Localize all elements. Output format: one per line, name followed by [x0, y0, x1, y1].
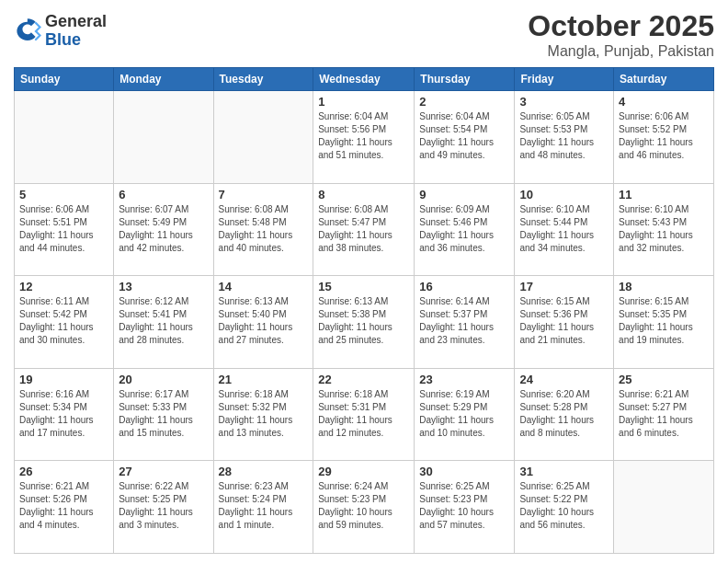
day-info: Sunrise: 6:24 AM Sunset: 5:23 PM Dayligh…: [318, 480, 409, 532]
day-number: 1: [318, 95, 409, 109]
day-number: 6: [119, 188, 208, 201]
day-cell-29: 29Sunrise: 6:24 AM Sunset: 5:23 PM Dayli…: [313, 461, 415, 554]
day-number: 2: [419, 95, 509, 109]
day-number: 15: [318, 280, 409, 293]
day-number: 5: [19, 188, 108, 201]
day-header-wednesday: Wednesday: [313, 68, 415, 91]
day-header-saturday: Saturday: [614, 68, 714, 91]
day-info: Sunrise: 6:12 AM Sunset: 5:41 PM Dayligh…: [119, 295, 208, 347]
day-number: 11: [619, 188, 709, 201]
day-number: 28: [219, 465, 309, 478]
day-info: Sunrise: 6:13 AM Sunset: 5:40 PM Dayligh…: [219, 295, 309, 347]
day-number: 17: [519, 280, 609, 293]
day-info: Sunrise: 6:21 AM Sunset: 5:26 PM Dayligh…: [19, 480, 108, 532]
day-cell-13: 13Sunrise: 6:12 AM Sunset: 5:41 PM Dayli…: [114, 276, 213, 369]
day-cell-15: 15Sunrise: 6:13 AM Sunset: 5:38 PM Dayli…: [313, 276, 415, 369]
day-info: Sunrise: 6:05 AM Sunset: 5:53 PM Dayligh…: [519, 110, 609, 162]
calendar-table: SundayMondayTuesdayWednesdayThursdayFrid…: [14, 67, 714, 554]
day-info: Sunrise: 6:10 AM Sunset: 5:44 PM Dayligh…: [519, 203, 609, 255]
day-cell-20: 20Sunrise: 6:17 AM Sunset: 5:33 PM Dayli…: [114, 368, 213, 461]
day-number: 14: [219, 280, 309, 293]
day-cell-3: 3Sunrise: 6:05 AM Sunset: 5:53 PM Daylig…: [515, 91, 614, 184]
day-number: 7: [219, 188, 309, 201]
day-number: 12: [19, 280, 108, 293]
day-info: Sunrise: 6:16 AM Sunset: 5:34 PM Dayligh…: [19, 388, 108, 440]
day-number: 3: [519, 95, 609, 109]
day-header-thursday: Thursday: [415, 68, 515, 91]
day-info: Sunrise: 6:14 AM Sunset: 5:37 PM Dayligh…: [419, 295, 509, 347]
day-number: 8: [318, 188, 409, 201]
day-cell-7: 7Sunrise: 6:08 AM Sunset: 5:48 PM Daylig…: [213, 183, 313, 276]
day-cell-21: 21Sunrise: 6:18 AM Sunset: 5:32 PM Dayli…: [213, 368, 313, 461]
day-cell-1: 1Sunrise: 6:04 AM Sunset: 5:56 PM Daylig…: [313, 91, 415, 184]
day-info: Sunrise: 6:09 AM Sunset: 5:46 PM Dayligh…: [419, 203, 509, 255]
day-info: Sunrise: 6:10 AM Sunset: 5:43 PM Dayligh…: [619, 203, 709, 255]
day-header-monday: Monday: [114, 68, 213, 91]
day-number: 24: [519, 373, 609, 386]
day-info: Sunrise: 6:17 AM Sunset: 5:33 PM Dayligh…: [119, 388, 208, 440]
day-number: 27: [119, 465, 208, 478]
day-info: Sunrise: 6:06 AM Sunset: 5:51 PM Dayligh…: [19, 203, 108, 255]
calendar-title: October 2025: [528, 9, 714, 43]
day-info: Sunrise: 6:04 AM Sunset: 5:54 PM Dayligh…: [419, 110, 509, 162]
day-cell-18: 18Sunrise: 6:15 AM Sunset: 5:35 PM Dayli…: [614, 276, 714, 369]
logo-icon: [14, 17, 41, 45]
day-info: Sunrise: 6:25 AM Sunset: 5:22 PM Dayligh…: [519, 480, 609, 532]
day-number: 20: [119, 373, 208, 386]
day-cell-26: 26Sunrise: 6:21 AM Sunset: 5:26 PM Dayli…: [15, 461, 114, 554]
day-info: Sunrise: 6:20 AM Sunset: 5:28 PM Dayligh…: [519, 388, 609, 440]
day-info: Sunrise: 6:21 AM Sunset: 5:27 PM Dayligh…: [619, 388, 709, 440]
day-info: Sunrise: 6:07 AM Sunset: 5:49 PM Dayligh…: [119, 203, 208, 255]
day-info: Sunrise: 6:18 AM Sunset: 5:31 PM Dayligh…: [318, 388, 409, 440]
day-cell-10: 10Sunrise: 6:10 AM Sunset: 5:44 PM Dayli…: [515, 183, 614, 276]
day-cell-empty-0-1: [114, 91, 213, 184]
day-info: Sunrise: 6:19 AM Sunset: 5:29 PM Dayligh…: [419, 388, 509, 440]
day-header-sunday: Sunday: [15, 68, 114, 91]
day-number: 9: [419, 188, 509, 201]
day-number: 18: [619, 280, 709, 293]
day-number: 13: [119, 280, 208, 293]
day-cell-empty-0-2: [213, 91, 313, 184]
day-info: Sunrise: 6:06 AM Sunset: 5:52 PM Dayligh…: [619, 110, 709, 162]
day-cell-16: 16Sunrise: 6:14 AM Sunset: 5:37 PM Dayli…: [415, 276, 515, 369]
logo: General Blue: [14, 13, 107, 50]
day-number: 31: [519, 465, 609, 478]
day-cell-5: 5Sunrise: 6:06 AM Sunset: 5:51 PM Daylig…: [15, 183, 114, 276]
day-number: 19: [19, 373, 108, 386]
logo-blue: Blue: [45, 31, 107, 50]
day-cell-2: 2Sunrise: 6:04 AM Sunset: 5:54 PM Daylig…: [415, 91, 515, 184]
day-cell-17: 17Sunrise: 6:15 AM Sunset: 5:36 PM Dayli…: [515, 276, 614, 369]
day-info: Sunrise: 6:08 AM Sunset: 5:47 PM Dayligh…: [318, 203, 409, 255]
day-number: 26: [19, 465, 108, 478]
day-cell-9: 9Sunrise: 6:09 AM Sunset: 5:46 PM Daylig…: [415, 183, 515, 276]
page: General Blue October 2025 Mangla, Punjab…: [0, 0, 728, 563]
day-number: 21: [219, 373, 309, 386]
day-cell-31: 31Sunrise: 6:25 AM Sunset: 5:22 PM Dayli…: [515, 461, 614, 554]
day-cell-19: 19Sunrise: 6:16 AM Sunset: 5:34 PM Dayli…: [15, 368, 114, 461]
day-cell-empty-4-6: [614, 461, 714, 554]
day-cell-25: 25Sunrise: 6:21 AM Sunset: 5:27 PM Dayli…: [614, 368, 714, 461]
day-number: 29: [318, 465, 409, 478]
day-number: 16: [419, 280, 509, 293]
day-cell-28: 28Sunrise: 6:23 AM Sunset: 5:24 PM Dayli…: [213, 461, 313, 554]
day-number: 10: [519, 188, 609, 201]
week-row-2: 5Sunrise: 6:06 AM Sunset: 5:51 PM Daylig…: [15, 183, 714, 276]
week-row-1: 1Sunrise: 6:04 AM Sunset: 5:56 PM Daylig…: [15, 91, 714, 184]
day-cell-8: 8Sunrise: 6:08 AM Sunset: 5:47 PM Daylig…: [313, 183, 415, 276]
day-info: Sunrise: 6:25 AM Sunset: 5:23 PM Dayligh…: [419, 480, 509, 532]
day-cell-30: 30Sunrise: 6:25 AM Sunset: 5:23 PM Dayli…: [415, 461, 515, 554]
day-number: 25: [619, 373, 709, 386]
day-header-friday: Friday: [515, 68, 614, 91]
header: General Blue October 2025 Mangla, Punjab…: [14, 9, 714, 60]
day-number: 22: [318, 373, 409, 386]
day-number: 4: [619, 95, 709, 109]
day-cell-14: 14Sunrise: 6:13 AM Sunset: 5:40 PM Dayli…: [213, 276, 313, 369]
day-cell-4: 4Sunrise: 6:06 AM Sunset: 5:52 PM Daylig…: [614, 91, 714, 184]
day-cell-11: 11Sunrise: 6:10 AM Sunset: 5:43 PM Dayli…: [614, 183, 714, 276]
day-info: Sunrise: 6:23 AM Sunset: 5:24 PM Dayligh…: [219, 480, 309, 532]
day-info: Sunrise: 6:15 AM Sunset: 5:35 PM Dayligh…: [619, 295, 709, 347]
day-info: Sunrise: 6:08 AM Sunset: 5:48 PM Dayligh…: [219, 203, 309, 255]
day-cell-empty-0-0: [15, 91, 114, 184]
day-cell-23: 23Sunrise: 6:19 AM Sunset: 5:29 PM Dayli…: [415, 368, 515, 461]
day-info: Sunrise: 6:13 AM Sunset: 5:38 PM Dayligh…: [318, 295, 409, 347]
